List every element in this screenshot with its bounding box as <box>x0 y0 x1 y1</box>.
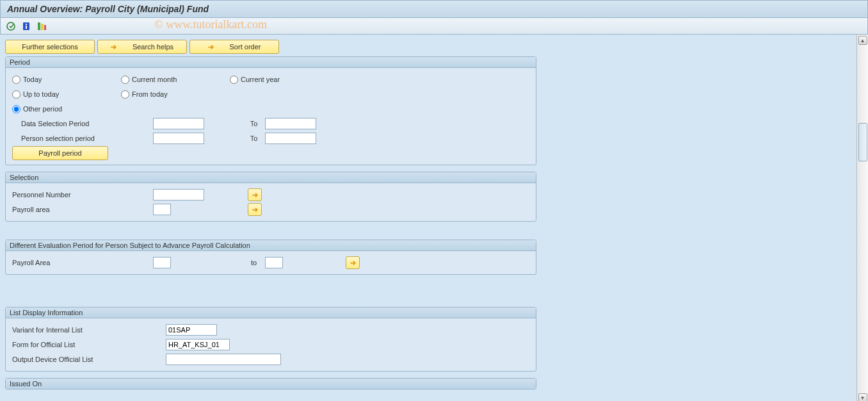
data-selection-to-input[interactable] <box>265 118 316 129</box>
svg-rect-4 <box>38 22 40 30</box>
svg-rect-2 <box>26 24 27 25</box>
main-content: Further selections ➔Search helps ➔Sort o… <box>0 35 856 401</box>
scroll-track[interactable] <box>858 46 867 392</box>
radio-other-period[interactable]: Other period <box>12 105 121 113</box>
sort-order-button[interactable]: ➔Sort order <box>189 40 279 54</box>
variant-label: Variant for Internal List <box>12 326 166 334</box>
period-header: Period <box>6 57 536 68</box>
to-label: To <box>243 135 265 142</box>
output-device-label: Output Device Official List <box>12 356 166 363</box>
selection-header: Selection <box>6 172 536 183</box>
radio-other-period-label: Other period <box>23 105 62 113</box>
personnel-number-input[interactable] <box>153 189 204 201</box>
radio-from-today-label: From today <box>132 90 168 98</box>
further-selections-button[interactable]: Further selections <box>5 40 95 54</box>
to-label: To <box>243 120 265 127</box>
person-selection-from-input[interactable] <box>153 133 204 144</box>
radio-current-year-label: Current year <box>241 76 280 83</box>
svg-rect-5 <box>41 24 44 30</box>
selection-group: Selection Personnel Number ➔ Payroll are… <box>5 172 536 222</box>
svg-rect-3 <box>26 26 27 29</box>
issued-on-group: Issued On <box>5 378 536 389</box>
period-group: Period Today Current month Current year … <box>5 56 536 165</box>
radio-current-year[interactable]: Current year <box>230 76 339 84</box>
diff-payroll-area-from-input[interactable] <box>153 257 171 268</box>
info-icon[interactable] <box>21 21 31 31</box>
search-helps-button[interactable]: ➔Search helps <box>97 40 187 54</box>
scroll-grip[interactable] <box>858 123 867 161</box>
variant-input[interactable] <box>166 324 217 336</box>
radio-today[interactable]: Today <box>12 76 121 84</box>
diff-payroll-area-label: Payroll Area <box>12 259 153 266</box>
watermark-text: © www.tutorialkart.com <box>154 18 267 31</box>
form-input[interactable] <box>166 339 230 350</box>
radio-current-month-label: Current month <box>132 76 177 83</box>
svg-point-0 <box>7 22 15 30</box>
scroll-up-icon[interactable]: ▲ <box>858 36 867 45</box>
output-device-input[interactable] <box>166 354 281 365</box>
payroll-period-button[interactable]: Payroll period <box>12 146 108 160</box>
variant-icon[interactable] <box>36 21 47 31</box>
radio-current-month[interactable]: Current month <box>121 76 230 84</box>
diff-payroll-area-to-input[interactable] <box>265 257 283 268</box>
personnel-number-label: Personnel Number <box>12 191 153 199</box>
list-display-header: List Display Information <box>6 307 536 318</box>
payroll-area-input[interactable] <box>153 204 171 215</box>
execute-icon[interactable] <box>6 21 16 31</box>
to-label: to <box>243 259 265 266</box>
scroll-down-icon[interactable]: ▼ <box>858 393 867 401</box>
issued-on-header: Issued On <box>6 379 536 389</box>
diff-eval-group: Different Evaluation Period for Person S… <box>5 240 536 275</box>
radio-up-to-today-label: Up to today <box>23 90 59 98</box>
person-selection-to-input[interactable] <box>265 133 316 144</box>
personnel-number-multi-button[interactable]: ➔ <box>248 188 262 201</box>
arrow-right-icon: ➔ <box>208 43 214 51</box>
radio-from-today[interactable]: From today <box>121 90 230 99</box>
sort-order-label: Sort order <box>230 43 261 51</box>
app-toolbar: © www.tutorialkart.com <box>0 18 868 35</box>
radio-up-to-today[interactable]: Up to today <box>12 90 121 99</box>
data-selection-label: Data Selection Period <box>12 120 153 127</box>
window-title: Annual Overview: Payroll City (Municipal… <box>0 0 868 18</box>
diff-payroll-area-multi-button[interactable]: ➔ <box>346 256 360 269</box>
form-label: Form for Official List <box>12 341 166 348</box>
radio-today-label: Today <box>23 76 42 83</box>
person-selection-label: Person selection period <box>12 135 153 142</box>
arrow-right-icon: ➔ <box>111 43 117 51</box>
payroll-area-multi-button[interactable]: ➔ <box>248 203 262 216</box>
data-selection-from-input[interactable] <box>153 118 204 129</box>
selection-buttons-row: Further selections ➔Search helps ➔Sort o… <box>5 40 851 54</box>
search-helps-label: Search helps <box>133 43 173 51</box>
vertical-scrollbar[interactable]: ▲ ▼ <box>856 35 868 401</box>
diff-eval-header: Different Evaluation Period for Person S… <box>6 240 536 251</box>
payroll-area-label: Payroll area <box>12 206 153 213</box>
list-display-group: List Display Information Variant for Int… <box>5 307 536 372</box>
svg-rect-6 <box>44 25 46 30</box>
